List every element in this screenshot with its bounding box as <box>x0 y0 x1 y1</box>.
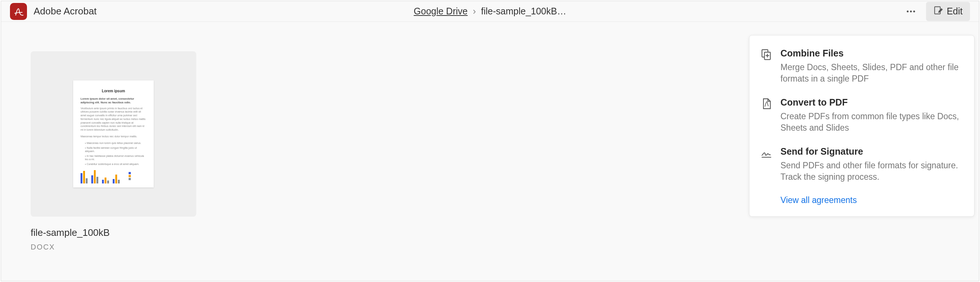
actions-panel: Combine Files Merge Docs, Sheets, Slides… <box>749 35 974 217</box>
more-button[interactable] <box>902 3 920 20</box>
thumb-subtitle: Lorem ipsum dolor sit amet, consectetur … <box>81 97 146 105</box>
edit-button[interactable]: Edit <box>926 2 970 21</box>
panel-item-convert[interactable]: Convert to PDF Create PDFs from common f… <box>760 97 963 134</box>
svg-point-2 <box>913 10 915 12</box>
svg-point-0 <box>907 10 909 12</box>
acrobat-logo <box>10 3 27 20</box>
panel-item-signature[interactable]: Send for Signature Send PDFs and other f… <box>760 146 963 183</box>
svg-point-1 <box>910 10 912 12</box>
panel-item-desc: Merge Docs, Sheets, Slides, PDF and othe… <box>780 62 963 84</box>
panel-item-desc: Send PDFs and other file formats for sig… <box>780 160 963 183</box>
file-type: docx <box>31 243 196 251</box>
breadcrumb-root[interactable]: Google Drive <box>414 6 468 17</box>
app-title: Adobe Acrobat <box>33 6 97 17</box>
edit-label: Edit <box>947 6 963 17</box>
file-card[interactable]: Lorem ipsum Lorem ipsum dolor sit amet, … <box>31 51 196 251</box>
breadcrumb-current: file-sample_100kB… <box>481 6 566 17</box>
thumb-paragraph: Maecenas tempor lectus nec dolor tempor … <box>81 135 146 138</box>
panel-item-title: Convert to PDF <box>780 97 963 108</box>
header: Adobe Acrobat Google Drive › file-sample… <box>1 1 979 22</box>
breadcrumb-separator: › <box>473 6 476 17</box>
thumb-chart <box>81 169 146 184</box>
thumb-list: • Maecenas non lorem quis tellus placera… <box>85 141 146 166</box>
thumb-paragraph: Vestibulum ante ipsum primis in faucibus… <box>81 107 146 132</box>
panel-item-title: Send for Signature <box>780 146 963 157</box>
file-thumbnail[interactable]: Lorem ipsum Lorem ipsum dolor sit amet, … <box>31 51 196 217</box>
breadcrumb: Google Drive › file-sample_100kB… <box>414 6 566 17</box>
signature-icon <box>760 147 772 159</box>
pdf-icon <box>760 98 772 109</box>
thumbnail-page: Lorem ipsum Lorem ipsum dolor sit amet, … <box>73 81 154 187</box>
panel-item-title: Combine Files <box>780 48 963 59</box>
thumb-title: Lorem ipsum <box>81 89 146 93</box>
combine-icon <box>760 49 772 60</box>
panel-item-combine[interactable]: Combine Files Merge Docs, Sheets, Slides… <box>760 48 963 84</box>
panel-item-desc: Create PDFs from common file types like … <box>780 111 963 134</box>
view-agreements-link[interactable]: View all agreements <box>780 195 963 205</box>
file-name: file-sample_100kB <box>31 227 196 238</box>
edit-icon <box>934 6 943 17</box>
